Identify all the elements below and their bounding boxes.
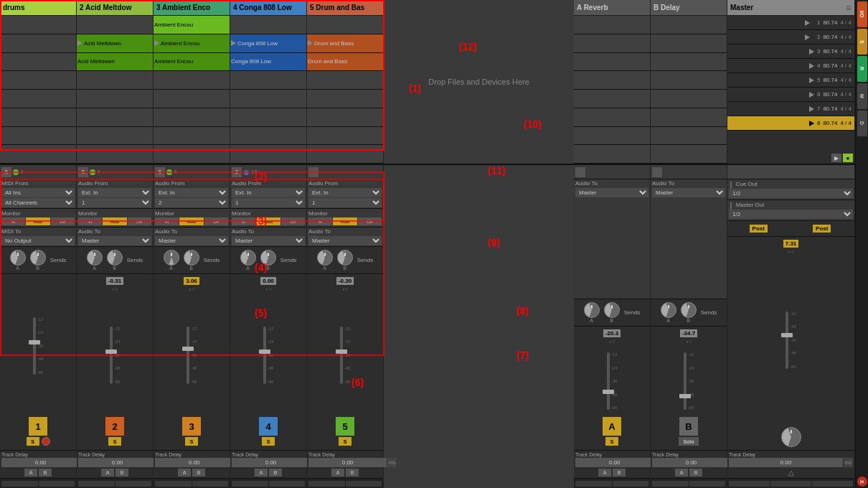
fader-handle-conga[interactable]: [259, 349, 270, 354]
send-b-knob-control[interactable]: [681, 302, 697, 318]
audio-to-select[interactable]: Master: [78, 236, 151, 245]
clip-row[interactable]: [574, 16, 650, 34]
master-out-select[interactable]: 1/2: [729, 210, 853, 219]
monitor-auto-btn[interactable]: Auto: [26, 217, 49, 225]
clip-row[interactable]: [651, 53, 727, 72]
audio-from-ch-select[interactable]: 1: [78, 198, 151, 207]
monitor-in-btn[interactable]: In: [1, 217, 25, 225]
fader-handle-ambient[interactable]: [182, 347, 194, 351]
send-b-knob-control[interactable]: [604, 302, 620, 318]
clip-row[interactable]: [574, 145, 650, 164]
monitor-in-btn[interactable]: In: [78, 217, 102, 225]
clip-row[interactable]: [154, 127, 230, 146]
track-delay-input[interactable]: [155, 458, 233, 467]
clip-row[interactable]: [307, 127, 383, 146]
monitor-off-btn[interactable]: Off: [281, 217, 305, 225]
ab-btn-b[interactable]: B: [192, 469, 205, 477]
monitor-auto-btn[interactable]: Auto: [333, 217, 357, 225]
clip-row[interactable]: Acid Meltdown: [77, 53, 153, 72]
fader-handle-reverb[interactable]: [603, 390, 614, 394]
fader-track-master[interactable]: [786, 311, 788, 369]
ab-btn-b[interactable]: B: [269, 469, 282, 477]
clip-row[interactable]: [574, 108, 650, 127]
audio-to-select[interactable]: Master: [155, 236, 228, 245]
monitor-auto-btn[interactable]: Auto: [256, 217, 280, 225]
arm-btn-drums[interactable]: [42, 437, 50, 446]
clip-row[interactable]: [0, 108, 76, 127]
midi-channels-select[interactable]: All Channels: [1, 198, 75, 207]
solo-btn-ambient[interactable]: S: [185, 437, 198, 446]
record-btn[interactable]: ●: [843, 154, 853, 162]
track-delay-input[interactable]: [232, 458, 310, 467]
clip-row[interactable]: [307, 16, 383, 34]
monitor-in-btn[interactable]: In: [308, 217, 332, 225]
ab-btn-a[interactable]: A: [24, 469, 37, 477]
audio-from-select[interactable]: Ext. In: [232, 188, 305, 197]
track-number-4[interactable]: 4: [259, 417, 278, 436]
clip-row[interactable]: [154, 145, 230, 164]
track-number-3[interactable]: 3: [182, 417, 201, 436]
audio-from-ch-select[interactable]: 1: [308, 198, 382, 207]
clip-row[interactable]: [307, 90, 383, 108]
ab-btn-b[interactable]: B: [346, 469, 359, 477]
clip-row[interactable]: Ambient Encou: [154, 53, 230, 72]
clip-row[interactable]: [230, 71, 306, 90]
clip-row[interactable]: Acid Meltdown: [77, 34, 153, 53]
fader-handle-drum-bass[interactable]: [336, 349, 347, 354]
mixer-button[interactable]: M: [857, 83, 867, 109]
fader-handle-acid[interactable]: [105, 349, 117, 354]
fader-track-drum-bass[interactable]: [340, 327, 343, 384]
clip-row[interactable]: [651, 108, 727, 127]
audio-to-select[interactable]: Master: [232, 236, 305, 245]
track-number-b[interactable]: B: [679, 417, 698, 436]
post-btn-1[interactable]: Post: [750, 225, 768, 233]
clip-row[interactable]: [574, 53, 650, 72]
ab-btn-a[interactable]: A: [101, 469, 114, 477]
audio-from-select[interactable]: Ext. In: [155, 188, 228, 197]
audio-from-select[interactable]: Ext. In: [78, 188, 151, 197]
ab-btn-a[interactable]: A: [178, 469, 191, 477]
track-delay-input[interactable]: [78, 458, 156, 467]
solo-btn-acid[interactable]: S: [108, 437, 121, 446]
midi-to-select[interactable]: No Output: [1, 236, 75, 245]
clip-row[interactable]: [651, 71, 727, 90]
track-number-a[interactable]: A: [603, 417, 621, 436]
send-a-knob-control[interactable]: [661, 302, 676, 318]
fader-track-ambient[interactable]: [187, 327, 189, 384]
clip-row[interactable]: Ambient Encou: [154, 34, 230, 53]
ab-btn-a[interactable]: A: [331, 469, 344, 477]
clip-row[interactable]: Drum and Bass: [307, 53, 383, 72]
solo-btn-drums[interactable]: S: [27, 437, 39, 446]
clip-row[interactable]: [0, 71, 76, 90]
ab-btn-b[interactable]: B: [39, 469, 52, 477]
monitor-in-btn[interactable]: In: [155, 217, 179, 225]
clip-row[interactable]: [651, 145, 727, 164]
clip-row[interactable]: Conga 808 Low: [230, 53, 306, 72]
send-b-knob-control[interactable]: [337, 250, 353, 266]
clip-row[interactable]: [77, 108, 153, 127]
fader-track-delay[interactable]: [684, 352, 687, 410]
clip-row[interactable]: [307, 108, 383, 127]
monitor-auto-btn[interactable]: Auto: [103, 217, 126, 225]
clip-row[interactable]: Drum and Bass: [307, 34, 383, 53]
midi-from-select[interactable]: All Ins: [1, 188, 75, 197]
send-a-knob-control[interactable]: [87, 250, 103, 266]
fader-track-acid[interactable]: [110, 327, 113, 384]
fader-handle-drums[interactable]: [29, 340, 40, 344]
audio-to-select[interactable]: Master: [308, 236, 382, 245]
audio-from-ch-select[interactable]: 2: [155, 198, 228, 207]
clip-row[interactable]: [574, 127, 650, 146]
solo-btn-drum-bass[interactable]: S: [339, 437, 352, 446]
monitor-off-btn[interactable]: Off: [204, 217, 228, 225]
post-btn-2[interactable]: Post: [813, 225, 831, 233]
clip-row[interactable]: [77, 145, 153, 164]
returns-button[interactable]: R: [857, 56, 867, 82]
ab-btn-a[interactable]: A: [675, 469, 688, 477]
track-delay-input[interactable]: [729, 458, 843, 467]
menu-icon[interactable]: ≡: [846, 2, 852, 14]
send-b-knob-control[interactable]: [260, 250, 276, 266]
track-delay-input[interactable]: [1, 458, 80, 467]
ab-btn-b[interactable]: B: [115, 469, 128, 477]
clip-row[interactable]: [230, 145, 306, 164]
ab-btn-b[interactable]: B: [689, 469, 702, 477]
